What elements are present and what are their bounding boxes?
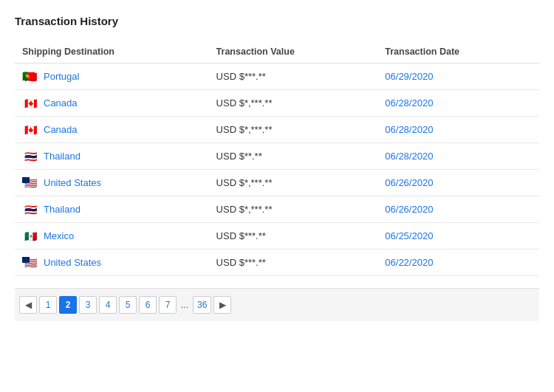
country-name[interactable]: Thailand (44, 204, 81, 215)
flag-icon: 🇹🇭 (22, 204, 38, 215)
pagination: ◀1234567...36▶ (15, 288, 539, 321)
table-row: 🇺🇸 United States USD $***.** 06/22/2020 (15, 250, 539, 276)
flag-icon: 🇺🇸 (22, 257, 38, 268)
transaction-date: 06/26/2020 (377, 196, 539, 223)
col-header-destination: Shipping Destination (15, 41, 209, 63)
country-cell-7: 🇲🇽 Mexico (15, 223, 209, 250)
country-name[interactable]: United States (44, 177, 101, 188)
country-cell-6: 🇹🇭 Thailand (15, 196, 209, 223)
transaction-value: USD $*,***.** (209, 90, 378, 117)
country-name[interactable]: United States (44, 257, 101, 268)
transaction-date: 06/28/2020 (377, 117, 539, 143)
transaction-date: 06/22/2020 (377, 250, 539, 276)
transaction-date: 06/28/2020 (377, 90, 539, 117)
transaction-value: USD $*,***.** (209, 170, 378, 196)
table-row: 🇺🇸 United States USD $*,***.** 06/26/202… (15, 170, 539, 196)
country-name[interactable]: Portugal (44, 71, 79, 82)
country-name[interactable]: Canada (44, 97, 78, 109)
country-name[interactable]: Thailand (44, 151, 81, 162)
transaction-value: USD $***.** (209, 250, 378, 276)
country-name[interactable]: Canada (44, 124, 78, 135)
pagination-page-4[interactable]: 4 (99, 296, 117, 314)
pagination-page-5[interactable]: 5 (119, 296, 137, 314)
pagination-prev[interactable]: ◀ (19, 296, 37, 314)
transaction-value: USD $**.** (209, 143, 378, 170)
transaction-value: USD $***.** (209, 223, 378, 250)
country-cell-1: 🇵🇹 Portugal (15, 63, 209, 90)
col-header-date: Transaction Date (377, 41, 539, 63)
pagination-page-6[interactable]: 6 (139, 296, 157, 314)
pagination-page-1[interactable]: 1 (39, 296, 57, 314)
table-row: 🇹🇭 Thailand USD $*,***.** 06/26/2020 (15, 196, 539, 223)
flag-icon: 🇹🇭 (22, 151, 38, 162)
flag-icon: 🇺🇸 (22, 177, 38, 188)
country-cell-8: 🇺🇸 United States (15, 250, 209, 276)
table-header-row: Shipping Destination Transaction Value T… (15, 41, 539, 63)
pagination-page-3[interactable]: 3 (79, 296, 97, 314)
pagination-ellipsis: ... (179, 300, 191, 310)
table-row: 🇲🇽 Mexico USD $***.** 06/25/2020 (15, 223, 539, 250)
transaction-value: USD $*,***.** (209, 117, 378, 143)
pagination-page-2[interactable]: 2 (59, 296, 77, 314)
pagination-last-page[interactable]: 36 (193, 296, 211, 314)
flag-icon: 🇨🇦 (22, 124, 38, 135)
pagination-page-7[interactable]: 7 (159, 296, 177, 314)
transaction-date: 06/25/2020 (377, 223, 539, 250)
pagination-next[interactable]: ▶ (213, 296, 231, 314)
country-cell-2: 🇨🇦 Canada (15, 90, 209, 117)
country-cell-4: 🇹🇭 Thailand (15, 143, 209, 170)
flag-icon: 🇲🇽 (22, 230, 38, 241)
transaction-table: Shipping Destination Transaction Value T… (15, 41, 539, 276)
col-header-value: Transaction Value (209, 41, 378, 63)
table-row: 🇵🇹 Portugal USD $***.** 06/29/2020 (15, 63, 539, 90)
transaction-date: 06/26/2020 (377, 170, 539, 196)
transaction-date: 06/28/2020 (377, 143, 539, 170)
country-cell-3: 🇨🇦 Canada (15, 117, 209, 143)
flag-icon: 🇵🇹 (22, 71, 38, 82)
country-cell-5: 🇺🇸 United States (15, 170, 209, 196)
table-row: 🇨🇦 Canada USD $*,***.** 06/28/2020 (15, 90, 539, 117)
flag-icon: 🇨🇦 (22, 97, 38, 109)
transaction-value: USD $***.** (209, 63, 378, 90)
country-name[interactable]: Mexico (44, 230, 74, 241)
transaction-date: 06/29/2020 (377, 63, 539, 90)
page-title: Transaction History (15, 15, 539, 27)
page-container: Transaction History Shipping Destination… (15, 15, 539, 321)
table-row: 🇹🇭 Thailand USD $**.**06/28/2020 (15, 143, 539, 170)
table-row: 🇨🇦 Canada USD $*,***.** 06/28/2020 (15, 117, 539, 143)
transaction-value: USD $*,***.** (209, 196, 378, 223)
